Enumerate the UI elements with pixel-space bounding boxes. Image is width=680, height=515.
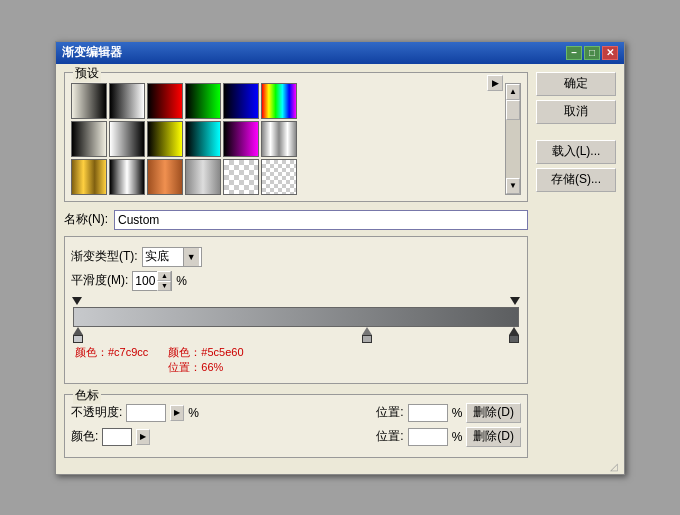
preset-item-9[interactable] <box>185 121 221 157</box>
preset-item-7[interactable] <box>109 121 145 157</box>
scroll-up-btn[interactable]: ▲ <box>506 84 520 100</box>
preset-item-10[interactable] <box>223 121 259 157</box>
opacity-row: 不透明度: ▶ % 位置: % 删除(D) <box>71 403 521 423</box>
spin-down-btn[interactable]: ▼ <box>157 281 171 291</box>
color-swatch[interactable] <box>102 428 132 446</box>
color-stop-arrow-left <box>73 327 83 335</box>
delete-opacity-btn[interactable]: 删除(D) <box>466 403 521 423</box>
gradient-settings-group: 渐变类型(T): 实底 ▼ 平滑度(M): 100 ▲ ▼ <box>64 236 528 384</box>
color-stop-swatch-right <box>509 335 519 343</box>
preset-item-1[interactable] <box>109 83 145 119</box>
spinner-buttons: ▲ ▼ <box>157 271 171 291</box>
smoothness-spinner[interactable]: 100 ▲ ▼ <box>132 271 172 291</box>
name-row: 名称(N): <box>64 210 528 230</box>
preset-item-15[interactable] <box>185 159 221 195</box>
load-button[interactable]: 载入(L)... <box>536 140 616 164</box>
color-position-input[interactable] <box>408 428 448 446</box>
type-combo-arrow[interactable]: ▼ <box>183 248 199 266</box>
delete-color-btn[interactable]: 删除(D) <box>466 427 521 447</box>
preset-scrollbar: ▲ ▼ <box>505 83 521 195</box>
colorstop-group: 色标 不透明度: ▶ % 位置: % 删除(D) 颜色: ▶ <box>64 394 528 458</box>
gradient-bar[interactable] <box>73 307 519 327</box>
preset-area: ▶ ▲ ▼ <box>71 83 521 195</box>
smoothness-label: 平滑度(M): <box>71 272 128 289</box>
type-row: 渐变类型(T): 实底 ▼ <box>71 247 521 267</box>
gradient-editor-window: 渐变编辑器 – □ ✕ 预设 ▶ ▲ <box>55 41 625 475</box>
opacity-position-input[interactable] <box>408 404 448 422</box>
stop-position-text: 位置：66% <box>168 361 223 373</box>
color-row: 颜色: ▶ 位置: % 删除(D) <box>71 427 521 447</box>
opacity-stops <box>71 295 521 307</box>
preset-item-14[interactable] <box>147 159 183 195</box>
preset-item-13[interactable] <box>109 159 145 195</box>
color-stops-info: 颜色：#c7c9cc 颜色：#5c5e60 位置：66% <box>71 343 521 377</box>
scroll-down-btn[interactable]: ▼ <box>506 178 520 194</box>
color-stop-arrow-mid <box>362 327 372 335</box>
color-stop-mid[interactable] <box>362 327 372 343</box>
preset-group: 预设 ▶ ▲ ▼ <box>64 72 528 202</box>
color-stop-right[interactable] <box>509 327 519 343</box>
preset-item-3[interactable] <box>185 83 221 119</box>
preset-item-11[interactable] <box>261 121 297 157</box>
cancel-button[interactable]: 取消 <box>536 100 616 124</box>
color-stop-swatch-left <box>73 335 83 343</box>
opacity-row-label: 不透明度: <box>71 404 122 421</box>
color-stop-left[interactable] <box>73 327 83 343</box>
left-panel: 预设 ▶ ▲ ▼ 名称(N): <box>64 72 528 458</box>
color-position-percent: % <box>452 430 463 444</box>
preset-item-4[interactable] <box>223 83 259 119</box>
color-row-label: 颜色: <box>71 428 98 445</box>
left-stop-color: 颜色：#c7c9cc <box>75 346 148 358</box>
preset-item-12[interactable] <box>71 159 107 195</box>
right-stop-color: 颜色：#5c5e60 <box>168 346 243 358</box>
gradient-bar-area <box>71 295 521 343</box>
color-stop-arrow-right <box>509 327 519 335</box>
left-stop-info: 颜色：#c7c9cc <box>75 345 148 375</box>
color-arrow-btn[interactable]: ▶ <box>136 429 150 445</box>
opacity-percent: % <box>188 406 199 420</box>
opacity-stop-right[interactable] <box>509 295 521 307</box>
color-stops <box>73 327 519 343</box>
resize-grip[interactable]: ◿ <box>610 462 622 474</box>
save-button[interactable]: 存储(S)... <box>536 168 616 192</box>
window-title: 渐变编辑器 <box>62 44 122 61</box>
right-stop-info: 颜色：#5c5e60 位置：66% <box>168 345 243 375</box>
preset-item-0[interactable] <box>71 83 107 119</box>
opacity-position-percent: % <box>452 406 463 420</box>
name-label: 名称(N): <box>64 211 108 228</box>
type-label: 渐变类型(T): <box>71 248 138 265</box>
preset-item-5[interactable] <box>261 83 297 119</box>
window-body: 预设 ▶ ▲ ▼ 名称(N): <box>56 64 624 466</box>
spin-up-btn[interactable]: ▲ <box>157 271 171 281</box>
preset-item-2[interactable] <box>147 83 183 119</box>
preset-grid <box>71 83 503 195</box>
ok-button[interactable]: 确定 <box>536 72 616 96</box>
type-combo[interactable]: 实底 ▼ <box>142 247 202 267</box>
preset-item-6[interactable] <box>71 121 107 157</box>
smoothness-row: 平滑度(M): 100 ▲ ▼ % <box>71 271 521 291</box>
smoothness-percent: % <box>176 274 187 288</box>
scroll-track <box>506 100 520 178</box>
preset-item-8[interactable] <box>147 121 183 157</box>
preset-expand-btn[interactable]: ▶ <box>487 75 503 91</box>
preset-item-16[interactable] <box>223 159 259 195</box>
color-stop-swatch-mid <box>362 335 372 343</box>
scroll-thumb[interactable] <box>506 100 520 120</box>
window-footer: ◿ <box>56 466 624 474</box>
title-bar: 渐变编辑器 – □ ✕ <box>56 42 624 64</box>
preset-item-17[interactable] <box>261 159 297 195</box>
minimize-button[interactable]: – <box>566 46 582 60</box>
opacity-arrow-btn[interactable]: ▶ <box>170 405 184 421</box>
opacity-stop-left[interactable] <box>71 295 83 307</box>
opacity-value-input[interactable] <box>126 404 166 422</box>
type-combo-value: 实底 <box>145 248 181 265</box>
name-input[interactable] <box>114 210 528 230</box>
smoothness-value: 100 <box>133 274 157 288</box>
right-panel: 确定 取消 载入(L)... 存储(S)... <box>536 72 616 458</box>
close-button[interactable]: ✕ <box>602 46 618 60</box>
preset-group-title: 预设 <box>73 65 101 82</box>
opacity-position-label: 位置: <box>376 404 403 421</box>
title-bar-buttons: – □ ✕ <box>566 46 618 60</box>
maximize-button[interactable]: □ <box>584 46 600 60</box>
colorstop-group-title: 色标 <box>73 387 101 404</box>
